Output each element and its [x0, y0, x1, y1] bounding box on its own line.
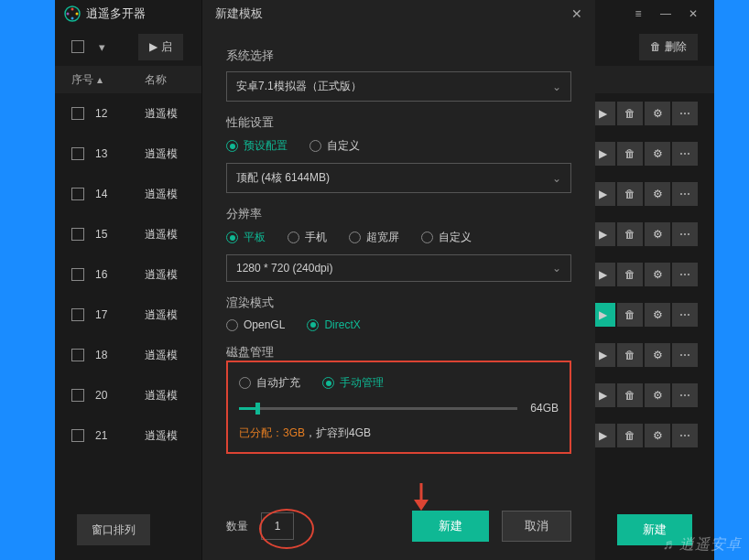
row-checkbox[interactable] — [71, 429, 84, 442]
disk-manual-radio[interactable]: 手动管理 — [322, 375, 384, 391]
res-wide-radio[interactable]: 超宽屏 — [349, 230, 399, 245]
more-icon[interactable]: ⋯ — [672, 383, 698, 407]
perf-radio-group: 预设配置 自定义 — [226, 138, 571, 154]
chevron-down-icon: ⌄ — [552, 81, 561, 93]
perf-label: 性能设置 — [226, 114, 571, 131]
dialog-titlebar: 新建模板 ✕ — [202, 0, 595, 27]
svg-point-1 — [71, 8, 74, 11]
row-seq: 12 — [95, 107, 107, 120]
perf-select[interactable]: 顶配 (4核 6144MB) ⌄ — [226, 163, 571, 193]
res-label: 分辨率 — [226, 206, 571, 222]
chevron-down-icon: ⌄ — [552, 172, 561, 185]
row-seq: 16 — [95, 268, 107, 281]
svg-point-3 — [71, 17, 74, 20]
row-checkbox[interactable] — [71, 389, 84, 402]
row-seq: 13 — [95, 147, 107, 160]
col-seq-header[interactable]: 序号 ▴ — [71, 72, 117, 88]
quantity-input[interactable] — [261, 512, 294, 540]
gear-icon[interactable]: ⚙ — [645, 343, 670, 367]
row-checkbox[interactable] — [71, 228, 84, 241]
disk-auto-radio[interactable]: 自动扩充 — [239, 375, 300, 391]
chevron-down-icon: ⌄ — [552, 262, 561, 275]
res-custom-radio[interactable]: 自定义 — [421, 230, 472, 245]
system-select[interactable]: 安卓7.1模拟器（正式版） ⌄ — [226, 71, 571, 102]
trash-icon[interactable]: 🗑 — [617, 303, 643, 327]
more-icon[interactable]: ⋯ — [672, 222, 698, 246]
trash-icon[interactable]: 🗑 — [617, 263, 643, 286]
res-radio-group: 平板 手机 超宽屏 自定义 — [226, 230, 571, 245]
filter-icon[interactable]: ▾ — [99, 40, 105, 54]
render-label: 渲染模式 — [226, 295, 571, 311]
disk-label: 磁盘管理 — [226, 344, 571, 361]
row-seq: 21 — [95, 429, 107, 442]
gear-icon[interactable]: ⚙ — [645, 182, 670, 206]
allocation-text: 已分配：3GB，扩容到4GB — [239, 425, 559, 441]
delete-button[interactable]: 🗑 删除 — [639, 34, 698, 60]
trash-icon[interactable]: 🗑 — [617, 102, 643, 125]
dialog-body: 系统选择 安卓7.1模拟器（正式版） ⌄ 性能设置 预设配置 自定义 顶配 (4… — [202, 27, 595, 461]
res-select[interactable]: 1280 * 720 (240dpi) ⌄ — [226, 254, 571, 282]
row-checkbox[interactable] — [71, 147, 84, 160]
more-icon[interactable]: ⋯ — [672, 343, 698, 367]
perf-custom-radio[interactable]: 自定义 — [309, 138, 360, 154]
start-button[interactable]: ▶ 启 — [138, 34, 183, 60]
dialog-footer: 数量 新建 取消 — [226, 511, 571, 542]
more-icon[interactable]: ⋯ — [672, 424, 698, 447]
gear-icon[interactable]: ⚙ — [645, 263, 670, 286]
more-icon[interactable]: ⋯ — [672, 102, 698, 125]
slider-max-label: 64GB — [530, 402, 559, 415]
gear-icon[interactable]: ⚙ — [645, 222, 670, 246]
res-tablet-radio[interactable]: 平板 — [226, 230, 266, 245]
more-icon[interactable]: ⋯ — [672, 182, 698, 206]
more-icon[interactable]: ⋯ — [672, 142, 698, 166]
row-checkbox[interactable] — [71, 349, 84, 361]
slider-fill — [239, 407, 255, 410]
dialog-title: 新建模板 — [215, 5, 263, 22]
more-icon[interactable]: ⋯ — [672, 263, 698, 286]
close-icon[interactable]: ✕ — [681, 4, 705, 24]
slider-thumb[interactable] — [255, 403, 260, 415]
row-checkbox[interactable] — [71, 268, 84, 281]
perf-preset-radio[interactable]: 预设配置 — [226, 138, 288, 154]
gear-icon[interactable]: ⚙ — [645, 102, 670, 125]
trash-icon: 🗑 — [650, 40, 661, 53]
minimize-icon[interactable]: — — [654, 4, 678, 24]
gear-icon[interactable]: ⚙ — [645, 424, 670, 447]
row-seq: 17 — [95, 308, 107, 321]
quantity-label: 数量 — [226, 519, 248, 534]
trash-icon[interactable]: 🗑 — [617, 383, 643, 407]
row-seq: 14 — [95, 188, 107, 200]
gear-icon[interactable]: ⚙ — [645, 303, 670, 327]
sort-icon: ▴ — [97, 73, 103, 86]
row-seq: 15 — [95, 228, 107, 241]
disk-radio-group: 自动扩充 手动管理 — [239, 375, 559, 391]
select-all-checkbox[interactable] — [71, 40, 84, 53]
disk-slider[interactable]: 64GB — [239, 402, 559, 415]
trash-icon[interactable]: 🗑 — [617, 182, 643, 206]
trash-icon[interactable]: 🗑 — [617, 222, 643, 246]
row-seq: 20 — [95, 389, 107, 402]
render-radio-group: OpenGL DirectX — [226, 318, 571, 331]
more-icon[interactable]: ⋯ — [672, 303, 698, 327]
gear-icon[interactable]: ⚙ — [645, 383, 670, 407]
row-checkbox[interactable] — [71, 107, 84, 120]
row-checkbox[interactable] — [71, 188, 84, 200]
slider-track[interactable] — [239, 407, 517, 410]
arrange-windows-button[interactable]: 窗口排列 — [77, 514, 150, 545]
res-phone-radio[interactable]: 手机 — [288, 230, 327, 245]
menu-icon[interactable]: ≡ — [626, 4, 650, 24]
gear-icon[interactable]: ⚙ — [645, 142, 670, 166]
svg-point-4 — [67, 13, 70, 16]
render-opengl-radio[interactable]: OpenGL — [226, 318, 285, 331]
render-directx-radio[interactable]: DirectX — [307, 318, 360, 331]
dialog-cancel-button[interactable]: 取消 — [502, 511, 571, 542]
trash-icon[interactable]: 🗑 — [617, 424, 643, 447]
svg-point-2 — [76, 13, 79, 16]
dialog-close-icon[interactable]: ✕ — [571, 6, 582, 21]
trash-icon[interactable]: 🗑 — [617, 142, 643, 166]
new-template-dialog: 新建模板 ✕ 系统选择 安卓7.1模拟器（正式版） ⌄ 性能设置 预设配置 自定… — [201, 0, 595, 560]
row-checkbox[interactable] — [71, 308, 84, 321]
window-controls: ≡ — ✕ — [626, 4, 705, 24]
trash-icon[interactable]: 🗑 — [617, 343, 643, 367]
dialog-create-button[interactable]: 新建 — [412, 511, 489, 542]
